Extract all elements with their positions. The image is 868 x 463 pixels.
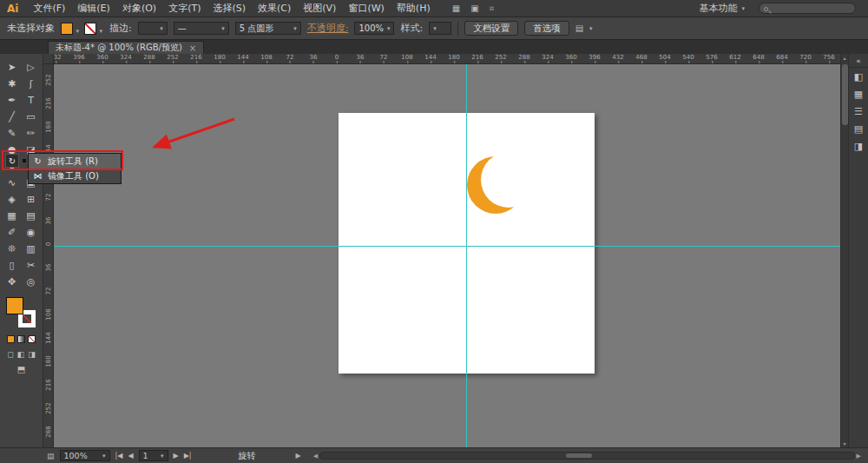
workspace-icon[interactable]: ⌗: [490, 3, 495, 14]
panel-menu-icon[interactable]: ▤: [575, 23, 583, 33]
brush-definition-select[interactable]: 5 点圆形▾: [235, 22, 301, 35]
expand-panels-icon[interactable]: «: [849, 54, 868, 68]
color-panel-icon[interactable]: ◧: [849, 68, 868, 85]
stroke-weight-select[interactable]: ▾: [138, 22, 168, 35]
column-graph-tool-icon[interactable]: ▥: [22, 241, 41, 257]
menu-item[interactable]: 文件(F): [27, 2, 71, 15]
gradient-button[interactable]: [17, 335, 25, 343]
slice-tool-icon[interactable]: ✂: [22, 257, 41, 274]
zoom-tool-icon[interactable]: ◎: [22, 274, 41, 290]
canvas[interactable]: [54, 64, 840, 447]
paintbrush-tool-icon[interactable]: ✎: [3, 125, 22, 142]
menu-item[interactable]: 效果(C): [252, 2, 297, 15]
magic-wand-tool-icon[interactable]: ✱: [3, 76, 22, 92]
previous-artboard-button[interactable]: ◀: [128, 452, 133, 460]
search-input[interactable]: [759, 3, 856, 14]
ruler-corner[interactable]: [43, 54, 54, 64]
first-artboard-button[interactable]: |◀: [115, 452, 123, 460]
gradient-tool-icon[interactable]: ▤: [22, 208, 41, 224]
guide-vertical[interactable]: [466, 64, 467, 447]
ruler-h-label: 144: [424, 54, 436, 61]
menu-item[interactable]: 文字(T): [162, 2, 207, 15]
horizontal-ruler[interactable]: 4323963603242882522161801441087236036721…: [54, 54, 840, 64]
fill-color-swatch[interactable]: ▾: [61, 23, 73, 35]
stroke-color-swatch[interactable]: ▾: [84, 23, 96, 35]
ruler-v-label: 0: [45, 236, 52, 252]
document-setup-button[interactable]: 文档设置: [464, 21, 518, 36]
blend-tool-icon[interactable]: ◉: [22, 224, 41, 241]
pencil-tool-icon[interactable]: ✏: [22, 125, 41, 142]
hand-tool-icon[interactable]: ✥: [3, 274, 22, 290]
direct-selection-tool-icon[interactable]: ▷: [22, 59, 41, 76]
chevron-down-icon: ▾: [102, 453, 106, 460]
status-options-icon[interactable]: ▤: [47, 452, 55, 460]
menu-item[interactable]: 视图(V): [297, 2, 342, 15]
crescent-shape[interactable]: [466, 152, 536, 222]
width-profile-select[interactable]: —▾: [174, 22, 229, 35]
draw-behind-icon[interactable]: ◧: [17, 350, 25, 359]
none-button[interactable]: [28, 335, 36, 343]
scroll-down-icon[interactable]: ▾: [841, 440, 848, 447]
zoom-select[interactable]: 100% ▾: [60, 450, 110, 461]
selection-tool-icon[interactable]: ➤: [3, 59, 22, 76]
symbol-sprayer-tool-icon[interactable]: ❊: [3, 241, 22, 257]
document-tab-bar: 未标题-4* @ 100% (RGB/预览) ×: [0, 40, 868, 54]
bridge-icon[interactable]: ▦: [452, 3, 460, 14]
brushes-panel-icon[interactable]: ☰: [849, 103, 868, 120]
current-tool-label: 旋转: [239, 450, 256, 462]
opacity-label[interactable]: 不透明度:: [307, 22, 349, 35]
artboard-tool-icon[interactable]: ▯: [3, 257, 22, 274]
width-tool-icon[interactable]: ∿: [3, 175, 22, 191]
horizontal-scroll-thumb[interactable]: [566, 453, 592, 458]
workspace-switcher[interactable]: 基本功能 ▾: [699, 2, 745, 15]
menu-item[interactable]: 对象(O): [116, 2, 162, 15]
draw-normal-icon[interactable]: ◻: [7, 350, 13, 359]
vertical-scroll-thumb[interactable]: [842, 64, 848, 125]
close-icon[interactable]: ×: [189, 43, 196, 53]
scroll-left-icon[interactable]: ◀: [313, 453, 318, 460]
ruler-h-label: 216: [190, 54, 201, 61]
last-artboard-button[interactable]: ▶|: [184, 452, 192, 460]
shape-builder-tool-icon[interactable]: ◈: [3, 191, 22, 208]
vertical-scrollbar[interactable]: ▴ ▾: [840, 54, 848, 447]
next-artboard-button[interactable]: ▶: [174, 452, 179, 460]
screen-mode-icon[interactable]: ⬒: [17, 365, 25, 374]
type-tool-icon[interactable]: T: [22, 92, 41, 109]
mesh-tool-icon[interactable]: ▦: [3, 208, 22, 224]
zoom-value: 100%: [64, 451, 88, 460]
illustrator-window: Ai 文件(F)编辑(E)对象(O)文字(T)选择(S)效果(C)视图(V)窗口…: [0, 0, 868, 463]
appearance-panel-icon[interactable]: ◨: [849, 137, 868, 155]
preferences-button[interactable]: 首选项: [524, 21, 569, 36]
guide-horizontal[interactable]: [54, 246, 840, 247]
status-panel-arrow-icon[interactable]: ▶: [296, 452, 301, 460]
horizontal-scroll-track[interactable]: [319, 452, 855, 460]
draw-inside-icon[interactable]: ◨: [28, 350, 36, 359]
eyedropper-tool-icon[interactable]: ✐: [3, 224, 22, 241]
document-tab[interactable]: 未标题-4* @ 100% (RGB/预览) ×: [48, 41, 204, 54]
horizontal-scrollbar[interactable]: ◀ ▶: [313, 452, 861, 460]
arrange-documents-icon[interactable]: ▣: [470, 3, 478, 14]
menu-item[interactable]: 窗口(W): [342, 2, 390, 15]
perspective-grid-tool-icon[interactable]: ⊞: [22, 191, 41, 208]
width-profile-value: —: [178, 23, 187, 33]
artboard-number-select[interactable]: 1 ▾: [139, 450, 168, 461]
style-select[interactable]: ▾: [429, 22, 451, 35]
menu-item[interactable]: 选择(S): [207, 2, 252, 15]
flyout-item-reflect-tool[interactable]: ⋈ 镜像工具 (O): [29, 169, 121, 183]
menu-item[interactable]: 帮助(H): [391, 2, 437, 15]
line-segment-tool-icon[interactable]: ╱: [3, 109, 22, 125]
scroll-up-icon[interactable]: ▴: [841, 54, 848, 62]
rotate-tool-button[interactable]: ↻: [5, 154, 19, 168]
rectangle-tool-icon[interactable]: ▭: [22, 109, 41, 125]
symbols-panel-icon[interactable]: ▤: [849, 120, 868, 137]
flyout-item-rotate-tool[interactable]: ↻ 旋转工具 (R): [29, 154, 121, 169]
color-button[interactable]: [7, 335, 15, 343]
fill-indicator[interactable]: [6, 297, 23, 314]
opacity-select[interactable]: 100%▾: [354, 22, 394, 35]
vertical-ruler[interactable]: 2522161801441087236036721081441802162522…: [43, 64, 54, 447]
pen-tool-icon[interactable]: ✒: [3, 92, 22, 109]
menu-item[interactable]: 编辑(E): [71, 2, 116, 15]
swatches-panel-icon[interactable]: ▦: [849, 85, 868, 103]
scroll-right-icon[interactable]: ▶: [857, 453, 861, 460]
lasso-tool-icon[interactable]: ʃ: [22, 76, 41, 92]
